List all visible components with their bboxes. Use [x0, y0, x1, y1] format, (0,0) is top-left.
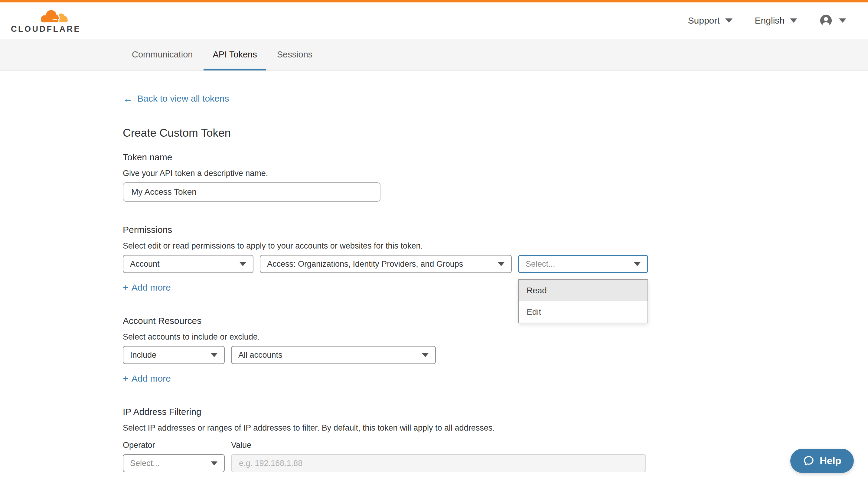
permissions-add-more-link[interactable]: + Add more: [123, 282, 171, 293]
ip-filtering-description: Select IP addresses or ranges of IP addr…: [123, 423, 868, 433]
menu-option-read[interactable]: Read: [519, 280, 648, 301]
chevron-down-icon: [498, 262, 504, 266]
ip-filtering-section: IP Address Filtering Select IP addresses…: [123, 407, 868, 472]
user-avatar-icon: [819, 14, 832, 27]
token-name-heading: Token name: [123, 152, 868, 162]
support-label: Support: [688, 15, 720, 26]
account-resources-heading: Account Resources: [123, 316, 868, 326]
chat-bubble-icon: [803, 455, 815, 467]
ip-filtering-heading: IP Address Filtering: [123, 407, 868, 417]
permissions-row: Account Access: Organizations, Identity …: [123, 255, 868, 273]
language-menu[interactable]: English: [755, 15, 797, 26]
cloudflare-cloud-icon: [39, 7, 68, 24]
access-options-menu: Read Edit: [518, 279, 648, 323]
resource-mode-select[interactable]: Include: [123, 346, 225, 364]
token-name-section: Token name Give your API token a descrip…: [123, 152, 868, 202]
plus-icon: +: [123, 374, 128, 383]
help-button[interactable]: Help: [790, 449, 854, 473]
header-right: Support English: [688, 14, 846, 27]
plus-icon: +: [123, 283, 128, 292]
permission-access-select[interactable]: Select...: [518, 255, 648, 273]
permissions-section: Permissions Select edit or read permissi…: [123, 225, 868, 293]
main-content: ← Back to view all tokens Create Custom …: [0, 71, 868, 472]
brand-accent-bar: [0, 0, 868, 2]
cloudflare-logo[interactable]: CLOUDFLARE: [11, 7, 68, 34]
token-name-input[interactable]: [123, 182, 380, 202]
ip-field-labels: Operator Value: [123, 441, 868, 450]
account-resources-description: Select accounts to include or exclude.: [123, 332, 868, 342]
permissions-description: Select edit or read permissions to apply…: [123, 241, 868, 251]
permissions-heading: Permissions: [123, 225, 868, 235]
back-link-label: Back to view all tokens: [137, 93, 229, 104]
permission-resource-select[interactable]: Access: Organizations, Identity Provider…: [260, 255, 512, 273]
chevron-down-icon: [240, 262, 246, 266]
tab-api-tokens[interactable]: API Tokens: [204, 39, 266, 70]
language-label: English: [755, 15, 784, 26]
value-label: Value: [231, 441, 251, 450]
chevron-down-icon: [422, 353, 429, 357]
header: CLOUDFLARE Support English: [0, 2, 868, 39]
chevron-down-icon: [634, 262, 641, 266]
ip-value-input[interactable]: [231, 454, 646, 472]
permission-access-dropdown: Select... Read Edit: [518, 255, 648, 273]
chevron-down-icon: [790, 19, 797, 23]
account-resources-add-more-link[interactable]: + Add more: [123, 374, 171, 384]
resource-accounts-select[interactable]: All accounts: [231, 346, 436, 364]
profile-tabbar: Communication API Tokens Sessions: [0, 39, 868, 71]
account-menu[interactable]: [819, 14, 846, 27]
account-resources-section: Account Resources Select accounts to inc…: [123, 316, 868, 384]
ip-filter-row: Select...: [123, 454, 868, 472]
chevron-down-icon: [725, 19, 733, 23]
help-button-label: Help: [819, 455, 841, 467]
chevron-down-icon: [839, 19, 846, 23]
permission-scope-select[interactable]: Account: [123, 255, 253, 273]
brand-wordmark: CLOUDFLARE: [11, 25, 81, 34]
tab-communication[interactable]: Communication: [123, 39, 202, 70]
ip-operator-select[interactable]: Select...: [123, 454, 225, 472]
back-arrow-icon: ←: [123, 93, 133, 104]
back-to-tokens-link[interactable]: ← Back to view all tokens: [123, 93, 229, 104]
tab-sessions[interactable]: Sessions: [268, 39, 322, 70]
active-tab-underline: [204, 69, 266, 70]
token-name-description: Give your API token a descriptive name.: [123, 169, 868, 178]
page-title: Create Custom Token: [123, 127, 868, 139]
support-menu[interactable]: Support: [688, 15, 733, 26]
account-resources-row: Include All accounts: [123, 346, 868, 364]
chevron-down-icon: [211, 461, 217, 465]
operator-label: Operator: [123, 441, 231, 450]
menu-option-edit[interactable]: Edit: [519, 301, 648, 323]
chevron-down-icon: [211, 353, 217, 357]
